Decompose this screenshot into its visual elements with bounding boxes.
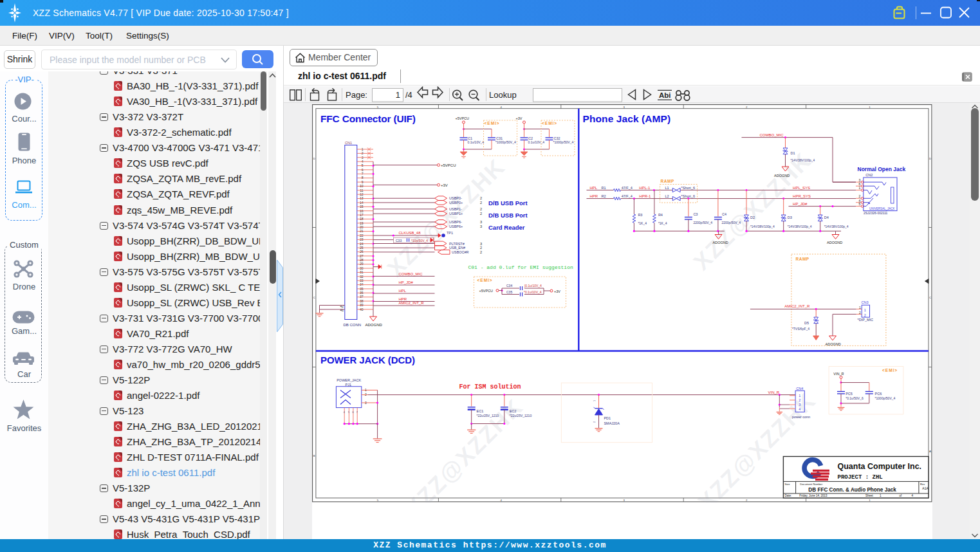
svg-text:ADOGND: ADOGND bbox=[826, 342, 841, 346]
svg-text:USBP6+: USBP6+ bbox=[449, 225, 463, 228]
svg-text:HPR_SYS: HPR_SYS bbox=[793, 194, 811, 198]
svg-text:SMAJ20A: SMAJ20A bbox=[604, 421, 620, 425]
svg-text:VIN_R: VIN_R bbox=[833, 372, 844, 376]
svg-text:5: 5 bbox=[859, 202, 861, 206]
svg-text:1: 1 bbox=[864, 308, 866, 312]
svg-text:4: 4 bbox=[501, 499, 503, 502]
svg-text:*14V/38V/100p_4: *14V/38V/100p_4 bbox=[791, 159, 815, 162]
svg-text:D1: D1 bbox=[791, 151, 795, 155]
svg-text:C31: C31 bbox=[496, 136, 503, 140]
svg-text:5: 5 bbox=[348, 411, 349, 414]
svg-text:Card Reader: Card Reader bbox=[488, 224, 525, 231]
svg-text:1: 1 bbox=[859, 186, 861, 190]
svg-text:L1: L1 bbox=[665, 186, 669, 190]
svg-text:HPL-1: HPL-1 bbox=[639, 186, 651, 190]
svg-text:D4: D4 bbox=[824, 216, 829, 219]
svg-text:ADOGND: ADOGND bbox=[827, 241, 842, 244]
svg-text:R2: R2 bbox=[602, 194, 606, 198]
svg-text:C: C bbox=[929, 296, 931, 299]
svg-text:A1A: A1A bbox=[922, 486, 929, 490]
svg-text:POWER_JACK: POWER_JACK bbox=[337, 378, 361, 382]
svg-text:USBOC#R: USBOC#R bbox=[452, 250, 469, 254]
svg-text:L2: L2 bbox=[665, 194, 669, 198]
svg-text:*14V/38V/100p_4: *14V/38V/100p_4 bbox=[824, 225, 849, 228]
svg-text:5: 5 bbox=[377, 106, 379, 109]
svg-text:3: 3 bbox=[799, 403, 800, 407]
svg-text:1: 1 bbox=[365, 389, 367, 392]
svg-text:1: 1 bbox=[799, 394, 800, 398]
svg-text:CN3: CN3 bbox=[862, 300, 869, 304]
svg-text:XZZ@XZZHK: XZZ@XZZHK bbox=[688, 147, 816, 275]
svg-text:1: 1 bbox=[869, 499, 871, 502]
svg-text:Sheet: Sheet bbox=[865, 494, 874, 497]
svg-text:7: 7 bbox=[356, 411, 358, 414]
svg-text:47/F_4: 47/F_4 bbox=[622, 194, 633, 198]
svg-text:TP1: TP1 bbox=[447, 231, 453, 235]
svg-text:HPL: HPL bbox=[590, 186, 598, 190]
svg-text:EC2: EC2 bbox=[510, 409, 517, 413]
svg-text:2: 2 bbox=[480, 207, 482, 211]
svg-text:3: 3 bbox=[480, 225, 482, 228]
svg-text:<EMI>: <EMI> bbox=[477, 278, 493, 282]
svg-text:C01 - add 0.luf for EMI sugge: C01 - add 0.luf for EMI suggestion bbox=[468, 264, 573, 270]
svg-text:Document Number: Document Number bbox=[800, 483, 823, 486]
svg-text:5: 5 bbox=[377, 499, 379, 502]
svg-text:AMIC2_INT_R: AMIC2_INT_R bbox=[784, 304, 810, 308]
svg-text:*DIP_MIC: *DIP_MIC bbox=[858, 318, 873, 322]
svg-text:2: 2 bbox=[480, 196, 482, 200]
svg-text:PC5: PC5 bbox=[846, 392, 853, 396]
svg-text:USBP1-: USBP1- bbox=[449, 207, 462, 211]
svg-text:C4: C4 bbox=[722, 212, 726, 216]
svg-text:HP_JD#: HP_JD# bbox=[399, 281, 414, 284]
svg-text:USBP0-: USBP0- bbox=[449, 196, 462, 200]
svg-text:D3: D3 bbox=[788, 216, 792, 219]
svg-text:CN2: CN2 bbox=[865, 173, 873, 177]
svg-text:4: 4 bbox=[501, 106, 503, 109]
svg-text:2: 2 bbox=[593, 421, 596, 423]
svg-text:2: 2 bbox=[480, 212, 482, 216]
svg-text:*0.1u/10V_4: *0.1u/10V_4 bbox=[524, 290, 542, 294]
svg-text:<EMI>: <EMI> bbox=[542, 121, 557, 125]
svg-text:ADOGND: ADOGND bbox=[774, 174, 790, 178]
svg-text:HP_JD#: HP_JD# bbox=[793, 202, 808, 206]
svg-text:USBP1+: USBP1+ bbox=[449, 212, 463, 216]
svg-text:Phone Jack (AMP): Phone Jack (AMP) bbox=[583, 113, 671, 124]
svg-text:C33: C33 bbox=[396, 239, 402, 243]
svg-text:C1: C1 bbox=[468, 136, 472, 140]
svg-text:2SJ2326-002111: 2SJ2326-002111 bbox=[864, 211, 888, 215]
svg-text:*0.1u/50V_6: *0.1u/50V_6 bbox=[846, 396, 864, 400]
svg-text:PROJECT : ZHL: PROJECT : ZHL bbox=[838, 474, 883, 481]
svg-text:RAMP: RAMP bbox=[796, 257, 809, 261]
svg-text:C: C bbox=[313, 296, 315, 299]
svg-text:RAMP: RAMP bbox=[661, 179, 674, 183]
svg-text:Page:: Page: bbox=[346, 90, 367, 100]
svg-text:47/F_4: 47/F_4 bbox=[622, 186, 633, 190]
svg-text:*Short_6: *Short_6 bbox=[681, 194, 695, 198]
svg-text:1: 1 bbox=[869, 106, 871, 109]
svg-text:Lookup: Lookup bbox=[489, 90, 517, 100]
svg-text:C34: C34 bbox=[506, 284, 512, 288]
svg-text:A: A bbox=[929, 450, 931, 453]
svg-text:2: 2 bbox=[746, 106, 748, 109]
svg-text:HPR: HPR bbox=[590, 194, 598, 198]
svg-text:D: D bbox=[313, 157, 315, 160]
svg-text:2: 2 bbox=[480, 246, 482, 250]
svg-text:41: 41 bbox=[340, 308, 344, 312]
svg-text:USBP0+: USBP0+ bbox=[449, 201, 463, 205]
svg-text:PD1: PD1 bbox=[604, 416, 611, 420]
svg-text:2200p/50V_4: 2200p/50V_4 bbox=[721, 221, 741, 225]
svg-text:3: 3 bbox=[624, 499, 625, 502]
svg-text:+3V: +3V bbox=[441, 183, 448, 187]
svg-text:PJ1: PJ1 bbox=[346, 383, 351, 387]
svg-text:DB FFC Conn. & Audio Phone Jac: DB FFC Conn. & Audio Phone Jack bbox=[808, 487, 896, 493]
svg-text:2: 2 bbox=[859, 194, 861, 198]
svg-text:1: 1 bbox=[396, 90, 400, 100]
svg-text:C2: C2 bbox=[528, 136, 533, 140]
svg-text:0.1u/10V_4: 0.1u/10V_4 bbox=[468, 140, 485, 144]
svg-text:VIN_R: VIN_R bbox=[768, 391, 780, 394]
svg-text:B: B bbox=[313, 454, 315, 457]
svg-text:6: 6 bbox=[859, 182, 861, 186]
svg-text:COMBO_MIC: COMBO_MIC bbox=[760, 133, 784, 137]
svg-text:*1000p/50V_4: *1000p/50V_4 bbox=[495, 140, 516, 144]
svg-text:*1000p/50V_4: *1000p/50V_4 bbox=[553, 140, 574, 144]
